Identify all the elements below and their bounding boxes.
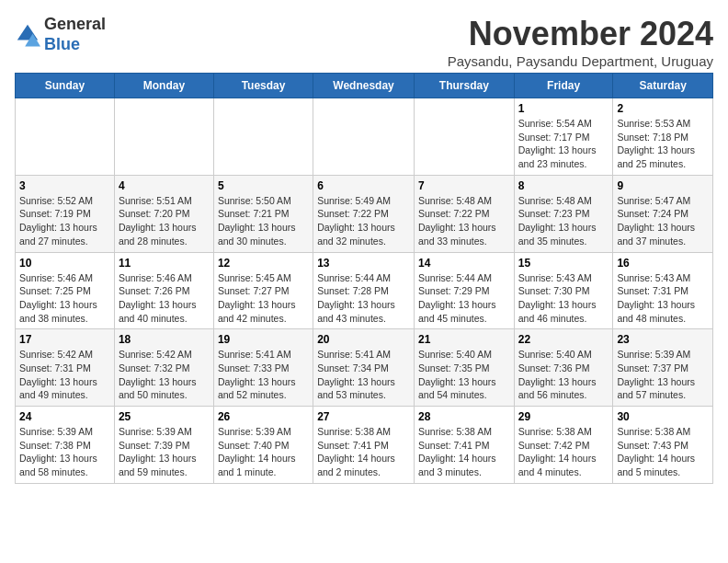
days-header-row: Sunday Monday Tuesday Wednesday Thursday…	[16, 74, 713, 98]
day-number: 28	[418, 410, 510, 423]
day-info: Sunrise: 5:38 AM Sunset: 7:41 PM Dayligh…	[418, 425, 510, 479]
header-friday: Friday	[514, 74, 613, 98]
day-number: 1	[518, 102, 609, 115]
day-info: Sunrise: 5:53 AM Sunset: 7:18 PM Dayligh…	[617, 117, 709, 171]
day-number: 10	[19, 257, 110, 270]
calendar-cell: 6Sunrise: 5:49 AM Sunset: 7:22 PM Daylig…	[313, 175, 415, 252]
logo-blue: Blue	[44, 35, 80, 53]
day-number: 13	[317, 257, 410, 270]
day-info: Sunrise: 5:45 AM Sunset: 7:27 PM Dayligh…	[218, 271, 309, 326]
day-info: Sunrise: 5:42 AM Sunset: 7:31 PM Dayligh…	[19, 348, 110, 402]
day-info: Sunrise: 5:41 AM Sunset: 7:34 PM Dayligh…	[317, 348, 410, 402]
calendar-week-1: 1Sunrise: 5:54 AM Sunset: 7:17 PM Daylig…	[16, 98, 713, 176]
day-number: 7	[418, 179, 510, 192]
day-info: Sunrise: 5:47 AM Sunset: 7:24 PM Dayligh…	[617, 194, 709, 248]
day-info: Sunrise: 5:38 AM Sunset: 7:43 PM Dayligh…	[617, 425, 709, 479]
calendar-cell	[16, 98, 115, 176]
day-info: Sunrise: 5:44 AM Sunset: 7:29 PM Dayligh…	[418, 271, 510, 326]
calendar-cell: 13Sunrise: 5:44 AM Sunset: 7:28 PM Dayli…	[313, 252, 415, 329]
day-info: Sunrise: 5:48 AM Sunset: 7:23 PM Dayligh…	[518, 194, 609, 248]
day-number: 19	[218, 333, 309, 346]
day-number: 21	[418, 333, 510, 346]
calendar-cell: 30Sunrise: 5:38 AM Sunset: 7:43 PM Dayli…	[613, 407, 713, 484]
day-number: 24	[19, 410, 110, 423]
calendar-cell: 12Sunrise: 5:45 AM Sunset: 7:27 PM Dayli…	[213, 252, 313, 329]
day-info: Sunrise: 5:42 AM Sunset: 7:32 PM Dayligh…	[119, 348, 210, 402]
calendar-cell	[414, 98, 514, 176]
calendar-cell: 25Sunrise: 5:39 AM Sunset: 7:39 PM Dayli…	[114, 407, 213, 484]
calendar-cell: 11Sunrise: 5:46 AM Sunset: 7:26 PM Dayli…	[114, 252, 213, 329]
calendar-cell	[213, 98, 313, 176]
logo-general: General	[44, 15, 106, 33]
day-info: Sunrise: 5:51 AM Sunset: 7:20 PM Dayligh…	[119, 194, 210, 248]
calendar-week-3: 10Sunrise: 5:46 AM Sunset: 7:25 PM Dayli…	[16, 252, 713, 329]
month-title: November 2024	[448, 15, 713, 53]
calendar-cell: 24Sunrise: 5:39 AM Sunset: 7:38 PM Dayli…	[16, 407, 115, 484]
day-info: Sunrise: 5:48 AM Sunset: 7:22 PM Dayligh…	[418, 194, 510, 248]
calendar-cell: 20Sunrise: 5:41 AM Sunset: 7:34 PM Dayli…	[313, 329, 415, 407]
day-info: Sunrise: 5:39 AM Sunset: 7:38 PM Dayligh…	[19, 425, 110, 479]
calendar-cell: 22Sunrise: 5:40 AM Sunset: 7:36 PM Dayli…	[514, 329, 613, 407]
day-number: 18	[119, 333, 210, 346]
header-tuesday: Tuesday	[213, 74, 313, 98]
day-number: 29	[518, 410, 609, 423]
calendar-table: Sunday Monday Tuesday Wednesday Thursday…	[15, 73, 713, 484]
calendar-cell: 1Sunrise: 5:54 AM Sunset: 7:17 PM Daylig…	[514, 98, 613, 176]
day-info: Sunrise: 5:40 AM Sunset: 7:35 PM Dayligh…	[418, 348, 510, 402]
day-number: 30	[617, 410, 709, 423]
day-info: Sunrise: 5:44 AM Sunset: 7:28 PM Dayligh…	[317, 271, 410, 326]
day-number: 25	[119, 410, 210, 423]
day-number: 17	[19, 333, 110, 346]
day-number: 16	[617, 257, 709, 270]
day-info: Sunrise: 5:54 AM Sunset: 7:17 PM Dayligh…	[518, 117, 609, 171]
day-info: Sunrise: 5:39 AM Sunset: 7:39 PM Dayligh…	[119, 425, 210, 479]
day-info: Sunrise: 5:38 AM Sunset: 7:42 PM Dayligh…	[518, 425, 609, 479]
calendar-cell: 15Sunrise: 5:43 AM Sunset: 7:30 PM Dayli…	[514, 252, 613, 329]
day-info: Sunrise: 5:46 AM Sunset: 7:25 PM Dayligh…	[19, 271, 110, 326]
day-info: Sunrise: 5:40 AM Sunset: 7:36 PM Dayligh…	[518, 348, 609, 402]
day-number: 12	[218, 257, 309, 270]
day-info: Sunrise: 5:38 AM Sunset: 7:41 PM Dayligh…	[317, 425, 410, 479]
day-number: 14	[418, 257, 510, 270]
logo: General Blue	[15, 15, 106, 54]
day-number: 27	[317, 410, 410, 423]
day-number: 3	[19, 179, 110, 192]
day-info: Sunrise: 5:39 AM Sunset: 7:37 PM Dayligh…	[617, 348, 709, 402]
day-number: 9	[617, 179, 709, 192]
calendar-cell: 17Sunrise: 5:42 AM Sunset: 7:31 PM Dayli…	[16, 329, 115, 407]
day-number: 11	[119, 257, 210, 270]
day-number: 22	[518, 333, 609, 346]
day-number: 8	[518, 179, 609, 192]
day-number: 4	[119, 179, 210, 192]
day-info: Sunrise: 5:43 AM Sunset: 7:30 PM Dayligh…	[518, 271, 609, 326]
calendar-cell: 26Sunrise: 5:39 AM Sunset: 7:40 PM Dayli…	[213, 407, 313, 484]
header-monday: Monday	[114, 74, 213, 98]
logo-text: General Blue	[44, 15, 106, 54]
logo-icon	[15, 22, 40, 48]
calendar-cell: 9Sunrise: 5:47 AM Sunset: 7:24 PM Daylig…	[613, 175, 713, 252]
calendar-cell	[114, 98, 213, 176]
header-wednesday: Wednesday	[313, 74, 415, 98]
day-number: 2	[617, 102, 709, 115]
calendar-cell: 2Sunrise: 5:53 AM Sunset: 7:18 PM Daylig…	[613, 98, 713, 176]
day-info: Sunrise: 5:46 AM Sunset: 7:26 PM Dayligh…	[119, 271, 210, 326]
day-info: Sunrise: 5:50 AM Sunset: 7:21 PM Dayligh…	[218, 194, 309, 248]
title-area: November 2024 Paysandu, Paysandu Departm…	[448, 15, 713, 69]
calendar-cell	[313, 98, 415, 176]
day-info: Sunrise: 5:43 AM Sunset: 7:31 PM Dayligh…	[617, 271, 709, 326]
calendar-cell: 23Sunrise: 5:39 AM Sunset: 7:37 PM Dayli…	[613, 329, 713, 407]
calendar-cell: 7Sunrise: 5:48 AM Sunset: 7:22 PM Daylig…	[414, 175, 514, 252]
header: General Blue November 2024 Paysandu, Pay…	[15, 15, 713, 69]
header-thursday: Thursday	[414, 74, 514, 98]
header-saturday: Saturday	[613, 74, 713, 98]
day-number: 5	[218, 179, 309, 192]
calendar-cell: 16Sunrise: 5:43 AM Sunset: 7:31 PM Dayli…	[613, 252, 713, 329]
day-info: Sunrise: 5:49 AM Sunset: 7:22 PM Dayligh…	[317, 194, 410, 248]
calendar-cell: 29Sunrise: 5:38 AM Sunset: 7:42 PM Dayli…	[514, 407, 613, 484]
calendar-cell: 28Sunrise: 5:38 AM Sunset: 7:41 PM Dayli…	[414, 407, 514, 484]
calendar-week-2: 3Sunrise: 5:52 AM Sunset: 7:19 PM Daylig…	[16, 175, 713, 252]
day-number: 26	[218, 410, 309, 423]
day-info: Sunrise: 5:41 AM Sunset: 7:33 PM Dayligh…	[218, 348, 309, 402]
day-number: 6	[317, 179, 410, 192]
day-number: 23	[617, 333, 709, 346]
